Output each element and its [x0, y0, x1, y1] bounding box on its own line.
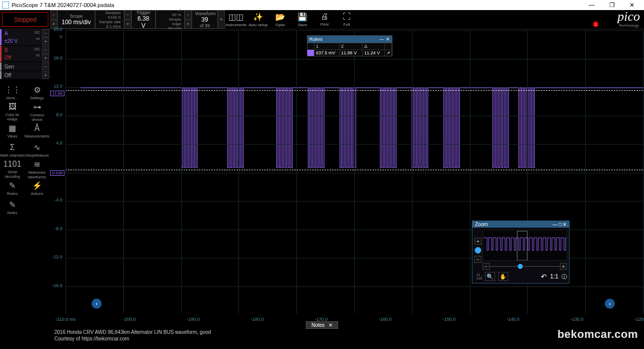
x-tick: -160.0 [379, 317, 392, 322]
rulers-tool[interactable]: ✎Rulers [0, 179, 25, 198]
print-button[interactable]: 🖨Print [313, 10, 336, 29]
copyimg-tool[interactable]: 🖼Copy as image [0, 102, 25, 121]
gen-minus[interactable]: − [42, 62, 49, 71]
zoom-info-icon[interactable]: ⓘ [561, 273, 567, 281]
pico-logo: pico [617, 9, 640, 24]
channel-a[interactable]: A ±20 V DC x1 −+ [0, 29, 49, 45]
instruments-button[interactable]: ◫◫Instruments [225, 10, 247, 29]
gen-plus[interactable]: + [42, 71, 49, 79]
connect-tool[interactable]: ⊶Connect device [25, 102, 49, 121]
trigger-mode-block[interactable]: ↗ 50 % Simple edge Repeat [155, 10, 185, 29]
zoom-close-icon[interactable]: ✕ [562, 222, 567, 227]
nav-left-button[interactable]: ‹ [92, 299, 102, 309]
trigger-minus[interactable]: − [124, 10, 131, 20]
notes-close-icon[interactable]: ✕ [329, 322, 333, 328]
save-button[interactable]: 💾Save [291, 10, 313, 29]
math-tool[interactable]: ΣMath channels [0, 141, 25, 160]
ch-a-plus[interactable]: + [42, 37, 49, 45]
zoom-tool-icon[interactable]: 🔍 [485, 272, 495, 281]
actions-tool[interactable]: ⚡Actions [25, 179, 49, 198]
x-tick: -140.0 [507, 317, 520, 322]
zoom-out-y[interactable]: − [474, 256, 481, 263]
zoom-min-icon[interactable]: — [552, 222, 557, 227]
zoom-max-icon[interactable]: □ [558, 222, 561, 227]
waveform-prev[interactable]: − [185, 10, 192, 20]
x-tick: -120.0 [634, 317, 644, 322]
more-tool[interactable]: ⋮⋮More... [0, 83, 25, 102]
zoom-minimap[interactable] [482, 230, 567, 261]
minimize-button[interactable]: — [582, 0, 602, 10]
print-icon: 🖨 [320, 12, 329, 21]
timebase-minus[interactable]: − [50, 10, 57, 20]
views-tool[interactable]: ▦Views [0, 121, 25, 141]
serial-tool[interactable]: 1101Serial decoding [0, 160, 25, 179]
refwave-icon: ≋ [34, 160, 40, 169]
ch-a-minus[interactable]: − [42, 29, 49, 37]
waveform-end[interactable]: + [218, 10, 225, 29]
notification-badge[interactable]: 1 [593, 21, 599, 27]
full-button[interactable]: ⛶Full [336, 10, 358, 29]
pico-logo-sub: Technology [619, 23, 639, 28]
autosetup-icon: ✨ [253, 12, 263, 22]
math-icon: Σ [10, 143, 15, 152]
x-tick: -180.0 [251, 317, 264, 322]
maximize-button[interactable]: ❐ [602, 0, 622, 10]
undo-zoom-icon[interactable]: ↶ [541, 272, 547, 281]
ruler-expand-icon[interactable]: ↗ [385, 50, 392, 56]
open-button[interactable]: 📂Open [269, 10, 291, 29]
measurements-tool[interactable]: ÅMeasurements [25, 121, 49, 141]
autosetup-button[interactable]: ✨Auto setup [247, 10, 269, 29]
deepmeasure-tool[interactable]: ∿DeepMeasure [25, 141, 49, 160]
x-tick: -150.0 [443, 317, 456, 322]
app-icon [2, 2, 9, 9]
full-icon: ⛶ [343, 12, 351, 21]
x-tick: -210.0 ms [55, 317, 75, 322]
save-icon: 💾 [297, 12, 307, 22]
copyimg-icon: 🖼 [9, 102, 17, 111]
nav-right-button[interactable]: › [605, 299, 615, 309]
zoom-x-slider[interactable] [490, 266, 560, 267]
rulers-min-icon[interactable]: — [379, 37, 384, 42]
waveform-next[interactable]: + [185, 20, 192, 29]
connect-icon: ⊶ [33, 102, 41, 112]
open-icon: 📂 [275, 12, 285, 22]
waveform-trace [80, 88, 644, 167]
zoom-panel[interactable]: Zoom —□✕ + − − + x1x10 🔍 ✋ ↶ 1:1 ⓘ [472, 221, 570, 284]
trigger-plus[interactable]: + [124, 20, 131, 29]
rulers-panel[interactable]: Rulers —✕ 1 2 Δ 637.5 mV 11.88 V 11.24 V… [307, 35, 392, 56]
zoom-in-y[interactable]: + [474, 238, 481, 245]
generator[interactable]: Gen − [0, 62, 49, 71]
channel-b[interactable]: B Off DC x1 −+ [0, 46, 49, 62]
serial-icon: 1101 [4, 160, 22, 169]
instruments-icon: ◫◫ [228, 12, 244, 22]
settings-icon: ⚙ [34, 85, 41, 95]
watermark: bekomcar.com [557, 328, 638, 341]
ch-b-minus[interactable]: − [42, 46, 49, 54]
rulers-close-icon[interactable]: ✕ [386, 37, 390, 42]
settings-tool[interactable]: ⚙Settings [25, 83, 49, 102]
y-tick: 4.0 [56, 141, 62, 146]
refwave-tool[interactable]: ≋Reference waveforms [25, 160, 49, 179]
notes-tab[interactable]: Notes✕ [306, 321, 338, 329]
pan-tool-icon[interactable]: ✋ [498, 272, 508, 281]
y-tick: 16.0 [53, 55, 62, 60]
x-tick: -200.0 [123, 317, 136, 322]
y-tick: 12.0 [53, 84, 62, 89]
trigger-block[interactable]: Trigger 6.38 V [131, 10, 155, 29]
zoom-y-thumb[interactable] [474, 247, 481, 254]
notes-tool[interactable]: ✎Notes [0, 198, 25, 217]
deepmeasure-icon: ∿ [34, 143, 40, 152]
close-button[interactable]: ✕ [622, 0, 642, 10]
views-icon: ▦ [9, 123, 16, 133]
run-stop-button[interactable]: Stopped [2, 12, 48, 27]
waveform-block[interactable]: Waveform 39 of 39 [192, 10, 218, 29]
zoom-in-x[interactable]: + [560, 263, 567, 270]
measurements-icon: Å [34, 124, 40, 133]
zoom-out-x[interactable]: − [482, 263, 490, 270]
notes-icon: ✎ [9, 200, 16, 210]
rulers-icon: ✎ [9, 181, 16, 190]
generator-off[interactable]: Off + [0, 71, 49, 79]
ch-b-plus[interactable]: + [42, 54, 49, 62]
scope-block[interactable]: Scope 100 ms/div [57, 10, 95, 29]
samples-block[interactable]: Samples 6108 S Sample rate 8.1 kS/s [95, 10, 124, 29]
